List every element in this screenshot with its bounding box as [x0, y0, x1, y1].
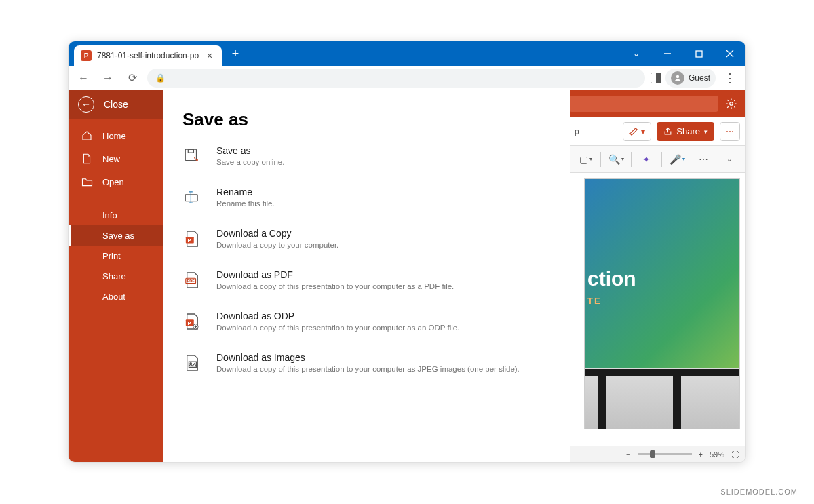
pptx-file-icon: P	[182, 229, 201, 248]
share-label: Share	[676, 126, 700, 136]
save-as-icon	[182, 147, 201, 166]
url-input[interactable]: 🔒	[147, 69, 645, 88]
option-title: Rename	[216, 187, 275, 197]
profile-button[interactable]: Guest	[665, 69, 716, 88]
nav-print[interactable]: Print	[69, 246, 163, 266]
new-tab-button[interactable]: +	[226, 44, 245, 63]
tab-title: 7881-01-self-introduction-powe	[97, 51, 199, 60]
odp-file-icon: P	[182, 312, 201, 331]
collapse-ribbon-icon[interactable]: ⌄	[718, 150, 740, 169]
browser-menu-button[interactable]: ⋮	[720, 71, 740, 85]
close-window-button[interactable]	[714, 41, 745, 66]
search-stub[interactable]	[569, 96, 718, 112]
option-title: Download as ODP	[216, 311, 459, 322]
folder-icon	[81, 176, 93, 188]
svg-rect-7	[188, 149, 193, 153]
backstage-main: Save as Save as Save a copy online.	[163, 90, 570, 462]
option-download-pdf[interactable]: PDF Download as PDF Download a copy of t…	[182, 269, 551, 290]
option-title: Download as PDF	[216, 269, 454, 280]
info-label: Info	[102, 210, 117, 220]
pdf-file-icon: PDF	[182, 271, 201, 290]
browser-window: P 7881-01-self-introduction-powe × + ⌄ ←…	[68, 41, 746, 463]
option-download-copy[interactable]: P Download a Copy Download a copy to you…	[182, 228, 551, 249]
toolbar-overflow[interactable]: ⋯	[693, 150, 714, 169]
about-label: About	[102, 292, 125, 302]
tab-close-icon[interactable]: ×	[204, 50, 215, 61]
svg-text:P: P	[188, 237, 191, 244]
slide-preview: ction TE	[584, 178, 740, 429]
slide-subtitle-fragment: TE	[587, 296, 602, 306]
editing-mode-button[interactable]: ▾	[623, 122, 651, 141]
ribbon-overflow-button[interactable]: ⋯	[720, 122, 740, 141]
saveas-label: Save as	[102, 231, 134, 241]
file-icon	[81, 153, 93, 165]
option-rename[interactable]: Rename Rename this file.	[182, 187, 551, 208]
minimize-button[interactable]	[652, 41, 683, 66]
window-controls: ⌄	[621, 41, 745, 66]
zoom-out-button[interactable]: −	[626, 450, 630, 459]
nav-new[interactable]: New	[69, 147, 163, 170]
zoom-in-button[interactable]: +	[699, 450, 703, 459]
backstage-close-button[interactable]: ← Close	[69, 90, 163, 119]
avatar-icon	[671, 71, 684, 85]
option-desc: Download a copy of this presentation to …	[216, 365, 520, 373]
forward-button[interactable]: →	[98, 69, 117, 88]
zoom-slider[interactable]	[638, 453, 692, 455]
browser-tab[interactable]: P 7881-01-self-introduction-powe ×	[74, 45, 222, 66]
option-desc: Download a copy of this presentation to …	[216, 324, 459, 332]
option-desc: Download a copy to your computer.	[216, 241, 338, 249]
browser-address-bar: ← → ⟳ 🔒 Guest ⋮	[69, 66, 745, 90]
option-download-images[interactable]: Download as Images Download a copy of th…	[182, 352, 551, 373]
svg-text:P: P	[188, 320, 191, 326]
print-label: Print	[102, 251, 121, 261]
share-button[interactable]: Share ▾	[657, 122, 714, 141]
image-file-icon	[182, 353, 201, 372]
page-title: Save as	[182, 109, 551, 130]
nav-home[interactable]: Home	[69, 124, 163, 147]
chevron-down-icon[interactable]: ⌄	[621, 41, 652, 66]
reload-button[interactable]: ⟳	[123, 69, 142, 88]
maximize-button[interactable]	[683, 41, 714, 66]
svg-rect-1	[696, 51, 702, 57]
nav-save-as[interactable]: Save as	[69, 225, 163, 246]
option-desc: Save a copy online.	[216, 158, 284, 166]
ribbon-stub-text: p	[575, 127, 579, 136]
ribbon-partial: p ▾ Share ▾ ⋯ ▢▾ 🔍▾ ✦	[569, 90, 745, 173]
dictate-button[interactable]: 🎤▾	[666, 150, 688, 169]
option-title: Download as Images	[216, 352, 520, 363]
new-label: New	[102, 154, 120, 164]
option-title: Download a Copy	[216, 228, 338, 239]
powerpoint-favicon: P	[81, 50, 92, 61]
option-desc: Rename this file.	[216, 199, 275, 208]
svg-text:PDF: PDF	[187, 279, 195, 283]
gear-icon[interactable]	[725, 98, 737, 110]
lock-icon: 🔒	[155, 73, 166, 83]
option-title: Save as	[216, 145, 284, 156]
ribbon-toolbar-row: ▢▾ 🔍▾ ✦ 🎤▾ ⋯ ⌄	[569, 146, 745, 173]
nav-open[interactable]: Open	[69, 170, 163, 193]
option-save-as[interactable]: Save as Save a copy online.	[182, 145, 551, 166]
backstage-sidebar: ← Close Home New	[69, 90, 163, 462]
browser-titlebar: P 7881-01-self-introduction-powe × + ⌄	[69, 41, 745, 66]
svg-rect-8	[185, 195, 197, 201]
option-desc: Download a copy of this presentation to …	[216, 282, 454, 290]
back-button[interactable]: ←	[74, 69, 93, 88]
side-panel-icon[interactable]	[651, 73, 661, 83]
nav-about[interactable]: About	[69, 286, 163, 307]
close-label: Close	[104, 99, 128, 110]
fit-to-window-button[interactable]: ⛶	[731, 450, 739, 459]
toolbar-button[interactable]: ▢▾	[575, 150, 596, 169]
nav-share[interactable]: Share	[69, 266, 163, 286]
find-button[interactable]: 🔍▾	[605, 150, 627, 169]
status-bar: − + 59% ⛶	[569, 446, 745, 462]
designer-button[interactable]: ✦	[636, 150, 657, 169]
slide-title-fragment: ction	[587, 267, 636, 290]
guest-label: Guest	[689, 73, 710, 83]
back-arrow-icon: ←	[78, 96, 94, 113]
ribbon-tabs-row: p ▾ Share ▾ ⋯	[569, 117, 745, 146]
svg-point-5	[730, 102, 733, 106]
watermark: SLIDEMODEL.COM	[720, 488, 798, 496]
option-download-odp[interactable]: P Download as ODP Download a copy of thi…	[182, 311, 551, 332]
open-label: Open	[102, 177, 124, 187]
nav-info[interactable]: Info	[69, 205, 163, 225]
